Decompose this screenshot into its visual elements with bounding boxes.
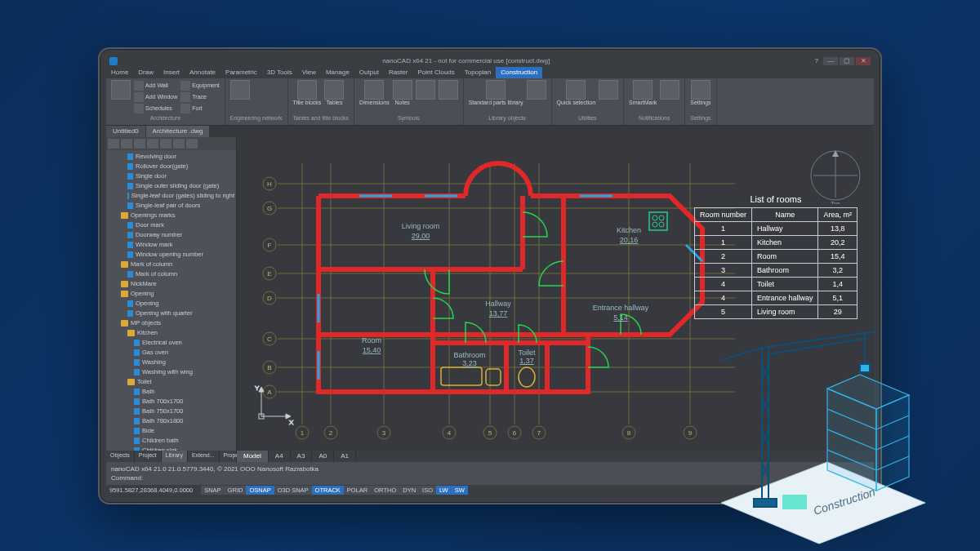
tree-item[interactable]: Electrical oven bbox=[108, 338, 234, 348]
tree-item[interactable]: Gas oven bbox=[108, 348, 234, 358]
tree-item[interactable]: Openings marks bbox=[108, 211, 234, 220]
tab-draw[interactable]: Draw bbox=[133, 67, 158, 78]
lib-btn7[interactable] bbox=[186, 139, 198, 149]
tree-item[interactable]: Window opening number bbox=[108, 250, 234, 260]
tree-item[interactable]: Toilet bbox=[108, 377, 234, 387]
tree-item[interactable]: Single door bbox=[108, 171, 234, 181]
maximize-button[interactable]: ▢ bbox=[840, 57, 854, 65]
schedules-btn[interactable]: Schedules bbox=[134, 103, 177, 114]
util-extra-icon[interactable] bbox=[599, 80, 618, 100]
tree-item[interactable]: Opening bbox=[108, 299, 234, 309]
tree-item[interactable]: Rollover door(gate) bbox=[108, 162, 234, 171]
tab-home[interactable]: Home bbox=[106, 67, 133, 78]
tree-item[interactable]: Washing with wing bbox=[108, 367, 234, 377]
tree-item[interactable]: Washing bbox=[108, 358, 234, 367]
model-tab[interactable]: Model bbox=[237, 451, 269, 462]
lib-btn5[interactable] bbox=[160, 139, 172, 149]
tree-item[interactable]: Single outer sliding door (gate) bbox=[108, 181, 234, 191]
status-toggle-lw[interactable]: LW bbox=[436, 486, 452, 495]
sidetab-extend[interactable]: Extend... bbox=[188, 451, 220, 462]
tree-item[interactable]: Revolving door bbox=[108, 152, 234, 162]
status-toggle-dyn[interactable]: DYN bbox=[399, 486, 419, 495]
settings-icon[interactable] bbox=[691, 80, 710, 100]
tree-item[interactable]: Door mark bbox=[108, 220, 234, 230]
layout-a1[interactable]: A1 bbox=[334, 451, 356, 462]
status-toggle-snap[interactable]: SNAP bbox=[201, 486, 224, 495]
tab-3dtools[interactable]: 3D Tools bbox=[262, 67, 297, 78]
engnet-icon[interactable] bbox=[230, 80, 250, 100]
add-wall-btn[interactable]: Add Wall bbox=[134, 80, 177, 91]
tab-pointclouds[interactable]: Point Clouds bbox=[412, 67, 459, 78]
add-window-btn[interactable]: Add Window bbox=[134, 91, 177, 103]
tree-item[interactable]: Mark of column bbox=[108, 269, 234, 279]
status-toggle-grid[interactable]: GRID bbox=[225, 486, 247, 495]
tree-item[interactable]: Bath 750x1700 bbox=[108, 407, 234, 416]
status-toggle-ortho[interactable]: ORTHO bbox=[371, 486, 399, 495]
sidetab-project[interactable]: Project bbox=[135, 451, 162, 462]
layout-a3[interactable]: A3 bbox=[291, 451, 313, 462]
status-toggle-iso[interactable]: ISO bbox=[419, 486, 436, 495]
scale-indicator[interactable]: m1:50 bbox=[853, 487, 871, 494]
command-line[interactable]: nanoCAD x64 21.0 21.0.5779.3440, © 2021 … bbox=[106, 462, 874, 485]
status-toggle-osnap[interactable]: OSNAP bbox=[246, 486, 274, 495]
tree-item[interactable]: Single-leaf door (gates) sliding to righ… bbox=[108, 191, 234, 201]
layout-a0[interactable]: A0 bbox=[312, 451, 334, 462]
symbol-extra1-icon[interactable] bbox=[416, 80, 435, 100]
tab-insert[interactable]: Insert bbox=[158, 67, 185, 78]
fort-btn[interactable]: Fort bbox=[180, 103, 219, 114]
drawing-canvas[interactable]: 123456789 ABCDEFGH bbox=[237, 137, 874, 451]
status-toggle-otrack[interactable]: OTRACK bbox=[312, 486, 344, 495]
tab-raster[interactable]: Raster bbox=[384, 67, 413, 78]
symbol-extra2-icon[interactable] bbox=[439, 80, 458, 100]
status-toggle-polar[interactable]: POLAR bbox=[344, 486, 371, 495]
layout-a4[interactable]: A4 bbox=[269, 451, 291, 462]
status-toggle-sw[interactable]: SW bbox=[452, 486, 468, 495]
tab-view[interactable]: View bbox=[297, 67, 321, 78]
tree-item[interactable]: Single-leaf pair of doors bbox=[108, 201, 234, 211]
minimize-button[interactable]: — bbox=[823, 57, 838, 65]
titleblocks-icon[interactable] bbox=[297, 80, 317, 100]
status-toggle-o3d snap[interactable]: O3D SNAP bbox=[274, 486, 312, 495]
tab-annotate[interactable]: Annotate bbox=[185, 67, 220, 78]
tab-topoplan[interactable]: Topoplan bbox=[460, 67, 496, 78]
tree-item[interactable]: Kitchen bbox=[108, 328, 234, 338]
trace-btn[interactable]: Trace bbox=[180, 91, 219, 103]
model-indicator[interactable]: MODEL bbox=[776, 487, 798, 494]
sidetab-library[interactable]: Library bbox=[162, 451, 188, 462]
tab-manage[interactable]: Manage bbox=[321, 67, 354, 78]
lib-btn4[interactable] bbox=[147, 139, 158, 149]
tree-item[interactable]: Doorway number bbox=[108, 230, 234, 240]
tree-item[interactable]: NickMare bbox=[108, 279, 234, 289]
sidetab-objects[interactable]: Objects bbox=[106, 451, 135, 462]
quicksel-icon[interactable] bbox=[566, 80, 586, 100]
tables-icon[interactable] bbox=[324, 80, 344, 100]
library-tree[interactable]: Revolving doorRollover door(gate)Single … bbox=[106, 150, 236, 451]
lib-btn3[interactable] bbox=[134, 139, 145, 149]
tree-item[interactable]: Opening with quarter bbox=[108, 309, 234, 318]
tree-item[interactable]: Children bath bbox=[108, 436, 234, 446]
tree-item[interactable]: Bide bbox=[108, 426, 234, 436]
equipment-btn[interactable]: Equipment bbox=[180, 80, 219, 91]
stdparts-icon[interactable] bbox=[486, 80, 506, 100]
tree-item[interactable]: Bath 700x1700 bbox=[108, 397, 234, 407]
lib-btn6[interactable] bbox=[173, 139, 185, 149]
notif-extra-icon[interactable] bbox=[660, 80, 679, 100]
smartmark-icon[interactable] bbox=[633, 80, 653, 100]
close-button[interactable]: ✕ bbox=[856, 57, 871, 65]
room-icon[interactable] bbox=[111, 80, 131, 100]
tab-output[interactable]: Output bbox=[354, 67, 384, 78]
dimensions-icon[interactable] bbox=[364, 80, 384, 100]
lib-extra-icon[interactable] bbox=[527, 80, 546, 100]
tab-construction[interactable]: Construction bbox=[496, 67, 542, 78]
tree-item[interactable]: Bath 780x1800 bbox=[108, 416, 234, 426]
doc-tab-architecture[interactable]: Architecture .dwg bbox=[146, 126, 211, 137]
window-help[interactable]: ? bbox=[810, 57, 823, 64]
lib-btn2[interactable] bbox=[121, 139, 132, 149]
tree-item[interactable]: Window mark bbox=[108, 240, 234, 250]
doc-tab-untitled[interactable]: Untitled0 bbox=[106, 126, 146, 137]
tree-item[interactable]: MP objects bbox=[108, 318, 234, 328]
tree-item[interactable]: Mark of column bbox=[108, 260, 234, 269]
notes-icon[interactable] bbox=[393, 80, 412, 100]
lib-btn1[interactable] bbox=[108, 139, 119, 149]
tab-parametric[interactable]: Parametric bbox=[220, 67, 262, 78]
